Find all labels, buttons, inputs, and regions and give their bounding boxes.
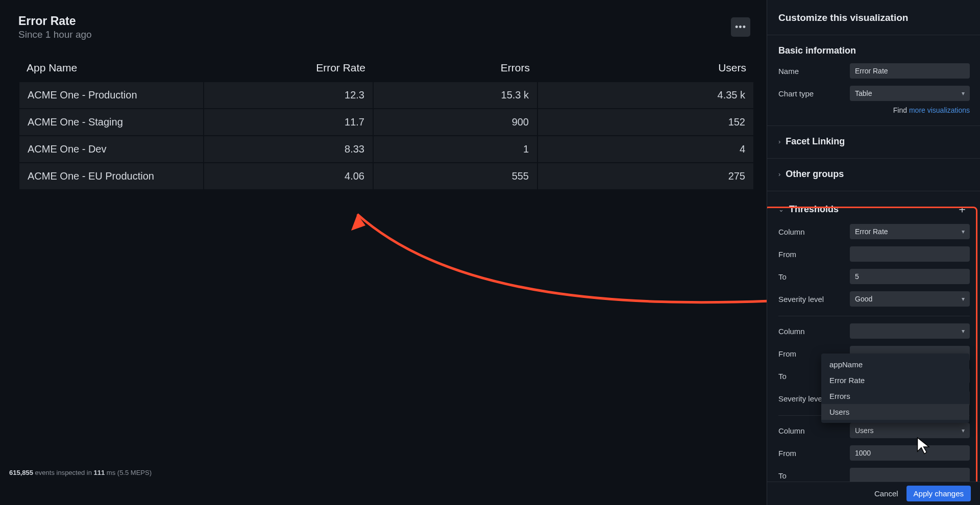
field-label: To bbox=[778, 272, 845, 281]
add-threshold-button[interactable]: ＋ bbox=[954, 201, 970, 217]
cell-rate: 8.33 bbox=[204, 136, 373, 162]
chart-type-label: Chart type bbox=[778, 89, 845, 98]
cell-users: 4 bbox=[538, 136, 753, 162]
chevron-down-icon: ▾ bbox=[962, 90, 965, 97]
cell-rate: 11.7 bbox=[204, 109, 373, 135]
data-table: App Name Error Rate Errors Users ACME On… bbox=[18, 56, 754, 190]
col-header-rate[interactable]: Error Rate bbox=[204, 57, 373, 81]
col-header-errors[interactable]: Errors bbox=[374, 57, 537, 81]
threshold-group: ColumnError Rate▾FromToSeverity levelGoo… bbox=[778, 224, 970, 316]
threshold-to-input[interactable] bbox=[850, 269, 970, 284]
cell-rate: 12.3 bbox=[204, 82, 373, 108]
threshold-severity-select[interactable]: Good▾ bbox=[850, 291, 970, 307]
col-header-users[interactable]: Users bbox=[538, 57, 753, 81]
cell-app: ACME One - Dev bbox=[19, 136, 203, 162]
page-subtitle: Since 1 hour ago bbox=[18, 29, 92, 40]
cancel-button[interactable]: Cancel bbox=[874, 489, 898, 498]
field-label: From bbox=[778, 449, 845, 458]
cell-rate: 4.06 bbox=[204, 163, 373, 189]
cell-users: 152 bbox=[538, 109, 753, 135]
section-thresholds[interactable]: ⌄ Thresholds ＋ bbox=[778, 201, 970, 217]
cell-app: ACME One - Staging bbox=[19, 109, 203, 135]
dropdown-option[interactable]: Users bbox=[821, 404, 969, 420]
more-visualizations-link[interactable]: more visualizations bbox=[909, 106, 970, 114]
section-facet-linking[interactable]: › Facet Linking bbox=[778, 136, 970, 147]
field-label: To bbox=[778, 471, 845, 480]
chevron-right-icon: › bbox=[778, 138, 780, 145]
chevron-right-icon: › bbox=[778, 170, 780, 178]
threshold-column-select[interactable]: Users▾ bbox=[850, 423, 970, 438]
cell-errors: 555 bbox=[374, 163, 537, 189]
col-header-app[interactable]: App Name bbox=[19, 57, 203, 81]
footer-stats: 615,855 events inspected in 111 ms (5.5 … bbox=[9, 469, 152, 476]
name-label: Name bbox=[778, 67, 845, 75]
page-title: Error Rate bbox=[18, 14, 92, 28]
chart-type-select[interactable]: Table ▾ bbox=[850, 86, 970, 101]
ellipsis-icon: ••• bbox=[735, 22, 746, 33]
chevron-down-icon: ▾ bbox=[962, 327, 965, 335]
dropdown-option[interactable]: Error Rate bbox=[821, 372, 969, 388]
threshold-column-select[interactable]: Error Rate▾ bbox=[850, 224, 970, 239]
annotation-arrow bbox=[276, 184, 786, 347]
threshold-from-input[interactable] bbox=[850, 246, 970, 262]
field-label: Column bbox=[778, 228, 845, 236]
table-row[interactable]: ACME One - EU Production4.06555275 bbox=[19, 163, 753, 189]
dropdown-option[interactable]: appName bbox=[821, 357, 969, 372]
chevron-down-icon: ▾ bbox=[962, 295, 965, 302]
cell-errors: 900 bbox=[374, 109, 537, 135]
cell-app: ACME One - Production bbox=[19, 82, 203, 108]
field-label: From bbox=[778, 250, 845, 259]
threshold-group: ColumnUsers▾FromTo bbox=[778, 423, 970, 482]
name-input[interactable] bbox=[850, 63, 970, 79]
field-label: Column bbox=[778, 426, 845, 435]
find-more: Find more visualizations bbox=[778, 106, 970, 114]
apply-changes-button[interactable]: Apply changes bbox=[906, 486, 971, 501]
threshold-from-input[interactable] bbox=[850, 445, 970, 461]
chevron-down-icon: ▾ bbox=[962, 427, 965, 434]
table-row[interactable]: ACME One - Dev8.3314 bbox=[19, 136, 753, 162]
cell-errors: 1 bbox=[374, 136, 537, 162]
column-dropdown[interactable]: appNameError RateErrorsUsers bbox=[821, 353, 969, 423]
section-other-groups[interactable]: › Other groups bbox=[778, 169, 970, 180]
customize-panel: Customize this visualization Basic infor… bbox=[767, 0, 980, 505]
section-basic-info: Basic information bbox=[778, 45, 970, 56]
more-menu-button[interactable]: ••• bbox=[731, 17, 750, 37]
cell-errors: 15.3 k bbox=[374, 82, 537, 108]
cell-users: 275 bbox=[538, 163, 753, 189]
cell-app: ACME One - EU Production bbox=[19, 163, 203, 189]
field-label: Severity level bbox=[778, 295, 845, 304]
field-label: Column bbox=[778, 327, 845, 336]
table-row[interactable]: ACME One - Staging11.7900152 bbox=[19, 109, 753, 135]
dropdown-option[interactable]: Errors bbox=[821, 388, 969, 404]
chevron-down-icon: ⌄ bbox=[778, 206, 784, 213]
panel-title: Customize this visualization bbox=[778, 12, 970, 23]
cell-users: 4.35 k bbox=[538, 82, 753, 108]
chevron-down-icon: ▾ bbox=[962, 228, 965, 235]
threshold-column-select[interactable]: ▾ bbox=[850, 323, 970, 339]
table-row[interactable]: ACME One - Production12.315.3 k4.35 k bbox=[19, 82, 753, 108]
threshold-to-input[interactable] bbox=[850, 468, 970, 482]
